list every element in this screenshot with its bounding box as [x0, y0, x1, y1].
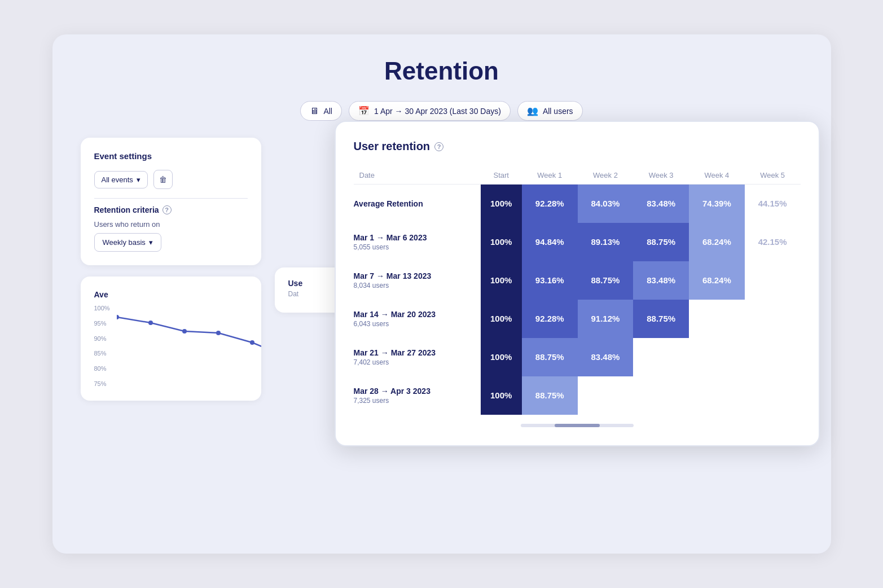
event-settings-title: Event settings: [94, 151, 248, 161]
pct-cell: 74.39%: [689, 185, 745, 223]
pct-cell: [745, 338, 801, 376]
col-date: Date: [354, 166, 481, 185]
pct-cell: 88.75%: [633, 223, 689, 261]
pct-cell: 89.13%: [578, 223, 634, 261]
svg-point-4: [250, 340, 254, 345]
return-on-label: Users who return on: [94, 220, 248, 229]
pct-cell: 100%: [481, 376, 522, 415]
pct-cell: 42.15%: [745, 223, 801, 261]
pct-cell: 100%: [481, 185, 522, 223]
table-row: Mar 7 → Mar 13 20238,034 users100%93.16%…: [354, 261, 801, 300]
pct-cell: 100%: [481, 300, 522, 338]
table-row: Average Retention100%92.28%84.03%83.48%7…: [354, 185, 801, 223]
svg-point-1: [148, 321, 153, 325]
pct-cell: [745, 261, 801, 300]
help-icon: ?: [162, 205, 172, 214]
pct-cell: 83.48%: [633, 185, 689, 223]
pct-cell: 88.75%: [522, 376, 578, 415]
pct-cell: [578, 376, 634, 415]
chevron-down-icon: ▾: [137, 175, 140, 184]
pct-cell: 91.12%: [578, 300, 634, 338]
date-cell: Mar 21 → Mar 27 20237,402 users: [354, 338, 481, 376]
y-label-95: 95%: [94, 320, 110, 327]
date-cell: Mar 7 → Mar 13 20238,034 users: [354, 261, 481, 300]
y-label-90: 90%: [94, 335, 110, 342]
pct-cell: 94.84%: [522, 223, 578, 261]
col-start: Start: [481, 166, 522, 185]
table-row: Mar 14 → Mar 20 20236,043 users100%92.28…: [354, 300, 801, 338]
col-week4: Week 4: [689, 166, 745, 185]
pct-cell: [689, 300, 745, 338]
y-label-100: 100%: [94, 305, 110, 311]
filter-all[interactable]: 🖥 All: [300, 101, 342, 121]
pct-cell: 88.75%: [578, 261, 634, 300]
pct-cell: 93.16%: [522, 261, 578, 300]
pct-cell: 84.03%: [578, 185, 634, 223]
pct-cell: 100%: [481, 338, 522, 376]
divider: [94, 198, 248, 199]
retention-card: User retention ? Date Start Week 1 Week …: [335, 121, 820, 446]
svg-point-3: [216, 331, 221, 335]
pct-cell: [633, 338, 689, 376]
pct-cell: 68.24%: [689, 261, 745, 300]
pct-cell: 88.75%: [633, 300, 689, 338]
date-cell: Average Retention: [354, 185, 481, 223]
svg-point-0: [117, 315, 119, 319]
retention-header: User retention ?: [354, 140, 801, 153]
chevron-down-icon-2: ▾: [149, 238, 153, 247]
filter-date[interactable]: 📅 1 Apr → 30 Apr 2023 (Last 30 Days): [349, 101, 511, 121]
main-content: Event settings All events ▾ 🗑 Retention …: [81, 138, 803, 538]
pct-cell: [745, 300, 801, 338]
date-cell: Mar 14 → Mar 20 20236,043 users: [354, 300, 481, 338]
date-cell: Mar 1 → Mar 6 20235,055 users: [354, 223, 481, 261]
calendar-icon: 📅: [358, 106, 370, 116]
pct-cell: 44.15%: [745, 185, 801, 223]
retention-criteria-title: Retention criteria ?: [94, 205, 248, 214]
y-axis-labels: 100% 95% 90% 85% 80% 75%: [94, 305, 110, 387]
delete-button[interactable]: 🗑: [153, 170, 173, 189]
pct-cell: 83.48%: [633, 261, 689, 300]
outer-card: Retention 🖥 All 📅 1 Apr → 30 Apr 2023 (L…: [52, 34, 831, 554]
pct-cell: 92.28%: [522, 185, 578, 223]
all-events-dropdown[interactable]: All events ▾: [94, 171, 148, 188]
svg-point-2: [182, 329, 187, 334]
table-row: Mar 21 → Mar 27 20237,402 users100%88.75…: [354, 338, 801, 376]
scrollbar-track[interactable]: [521, 424, 634, 427]
right-area: Use Dat User retention ? Date Start Week…: [275, 138, 803, 538]
avg-chart-card: Ave 100% 95% 90% 85% 80% 75%: [81, 277, 261, 401]
date-cell: Mar 28 → Apr 3 20237,325 users: [354, 376, 481, 415]
pct-cell: 100%: [481, 261, 522, 300]
col-week5: Week 5: [745, 166, 801, 185]
retention-title: User retention: [354, 140, 430, 153]
event-settings-row: All events ▾ 🗑: [94, 170, 248, 189]
left-panel: Event settings All events ▾ 🗑 Retention …: [81, 138, 261, 538]
pct-cell: 92.28%: [522, 300, 578, 338]
col-week2: Week 2: [578, 166, 634, 185]
users-icon: 👥: [527, 106, 538, 116]
pct-cell: 68.24%: [689, 223, 745, 261]
filter-users[interactable]: 👥 All users: [517, 101, 583, 121]
y-label-85: 85%: [94, 350, 110, 357]
pct-cell: [745, 376, 801, 415]
pct-cell: [633, 376, 689, 415]
pct-cell: 83.48%: [578, 338, 634, 376]
scrollbar-thumb[interactable]: [555, 424, 600, 427]
trash-icon: 🗑: [159, 175, 167, 184]
retention-table: Date Start Week 1 Week 2 Week 3 Week 4 W…: [354, 166, 801, 415]
pct-cell: [689, 376, 745, 415]
event-settings-card: Event settings All events ▾ 🗑 Retention …: [81, 138, 261, 265]
avg-chart-svg: [117, 311, 261, 390]
avg-chart-title: Ave: [94, 290, 248, 299]
y-label-75: 75%: [94, 380, 110, 387]
page-title: Retention: [81, 57, 803, 85]
col-week3: Week 3: [633, 166, 689, 185]
filter-bar: 🖥 All 📅 1 Apr → 30 Apr 2023 (Last 30 Day…: [81, 101, 803, 121]
y-label-80: 80%: [94, 365, 110, 372]
col-week1: Week 1: [522, 166, 578, 185]
pct-cell: 88.75%: [522, 338, 578, 376]
retention-help-icon: ?: [434, 142, 443, 151]
table-row: Mar 28 → Apr 3 20237,325 users100%88.75%: [354, 376, 801, 415]
weekly-basis-dropdown[interactable]: Weekly basis ▾: [94, 233, 161, 252]
pct-cell: [689, 338, 745, 376]
table-row: Mar 1 → Mar 6 20235,055 users100%94.84%8…: [354, 223, 801, 261]
